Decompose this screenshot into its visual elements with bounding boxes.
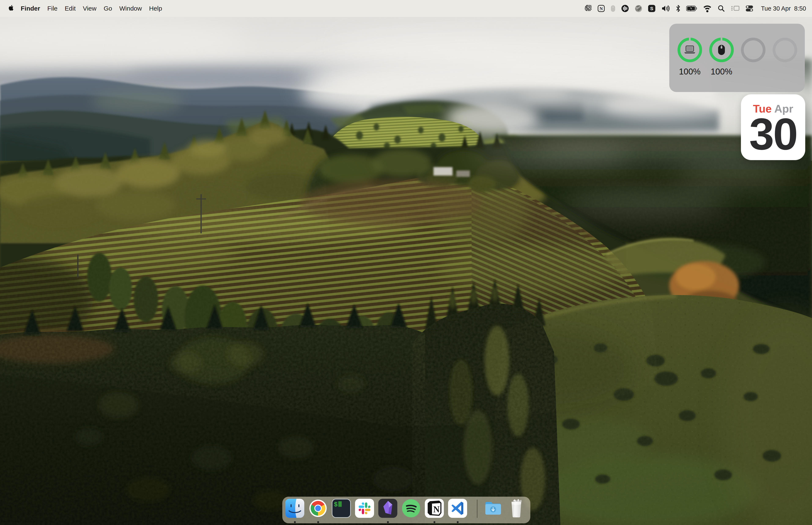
svg-text:S: S (650, 6, 653, 11)
svg-text:N: N (599, 6, 603, 11)
svg-text:N: N (433, 505, 440, 514)
svg-text:$: $ (334, 501, 338, 508)
